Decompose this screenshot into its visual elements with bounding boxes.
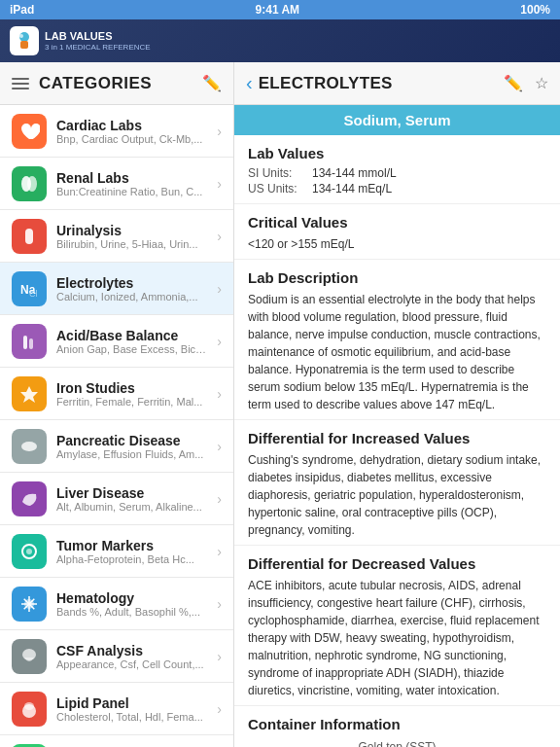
pancreatic-category-name: Pancreatic Disease [56,433,207,448]
edit-action-icon[interactable]: ✏️ [504,74,523,92]
electrolytes-category-icon: NaCl [12,271,47,306]
svg-point-21 [24,702,34,710]
lab-values-title: Lab Values [248,145,546,161]
hamburger-icon[interactable] [12,78,29,89]
cardiac-chevron-icon: › [217,124,222,139]
cardiac-category-text: Cardiac Labs Bnp, Cardiac Output, Ck-Mb,… [56,118,207,145]
right-panel: ‹ ELECTROLYTES ✏️ ☆ Sodium, Serum Lab Va… [234,62,560,747]
logo-text-block: LAB VALUES 3 in 1 MEDICAL REFERENCE [45,30,151,52]
hematology-category-name: Hematology [56,590,207,606]
iron-category-name: Iron Studies [56,380,207,396]
electrolytes-chevron-icon: › [217,281,222,297]
urinalysis-chevron-icon: › [217,229,222,244]
diff-increased-body: Cushing's syndrome, dehydration, dietary… [248,451,546,539]
iron-category-sub: Ferritin, Female, Ferritin, Mal... [56,396,207,408]
iron-category-icon [12,376,47,411]
pancreatic-category-icon [12,429,47,464]
tumor-category-sub: Alpha-Fetoprotein, Beta Hc... [56,553,207,565]
category-item-liver[interactable]: Liver Disease Alt, Albumin, Serum, Alkal… [0,473,233,525]
svg-point-2 [19,34,23,38]
category-item-lipid[interactable]: Lipid Panel Cholesterol, Total, Hdl, Fem… [0,683,233,735]
category-item-tumor[interactable]: Tumor Markers Alpha-Fetoprotein, Beta Hc… [0,525,233,578]
cardiac-category-sub: Bnp, Cardiac Output, Ck-Mb,... [56,133,207,145]
tube-container: Gold top (SST) Invert 5x [248,740,546,747]
cardiac-category-name: Cardiac Labs [56,118,207,133]
renal-category-name: Renal Labs [56,170,207,186]
csf-category-text: CSF Analysis Appearance, Csf, Cell Count… [56,643,207,670]
acidbase-category-text: Acid/Base Balance Anion Gap, Base Excess… [56,328,207,355]
tube-top-label: Gold top (SST) [358,740,436,747]
container-info-section: Container Information Gold top (SST) Inv… [234,706,560,747]
renal-category-text: Renal Labs Bun:Creatinine Ratio, Bun, C.… [56,170,207,197]
category-item-csf[interactable]: CSF Analysis Appearance, Csf, Cell Count… [0,630,233,683]
electrolytes-category-name: Electrolytes [56,275,207,291]
us-label: US Units: [248,182,306,196]
category-item-iron[interactable]: Iron Studies Ferritin, Female, Ferritin,… [0,368,233,420]
pancreatic-chevron-icon: › [217,439,222,454]
acidbase-chevron-icon: › [217,334,222,349]
left-header-left: CATEGORIES [12,74,152,93]
svg-text:Cl: Cl [29,289,38,299]
categories-title: CATEGORIES [39,74,152,93]
status-bar: iPad 9:41 AM 100% [0,0,560,19]
hematology-chevron-icon: › [217,596,222,612]
liver-category-text: Liver Disease Alt, Albumin, Serum, Alkal… [56,485,207,513]
edit-icon[interactable]: ✏️ [202,74,222,92]
star-action-icon[interactable]: ☆ [535,74,548,92]
renal-category-icon [12,166,47,201]
category-item-cardiac[interactable]: Cardiac Labs Bnp, Cardiac Output, Ck-Mb,… [0,105,233,158]
electrolytes-category-text: Electrolytes Calcium, Ionized, Ammonia,.… [56,275,207,302]
critical-values-section: Critical Values <120 or >155 mEq/L [234,204,560,260]
lipid-category-sub: Cholesterol, Total, Hdl, Fema... [56,711,207,723]
lipid-chevron-icon: › [217,701,222,717]
liver-chevron-icon: › [217,491,222,507]
category-item-electrolytes[interactable]: NaCl Electrolytes Calcium, Ionized, Ammo… [0,263,233,315]
app-logo: LAB VALUES 3 in 1 MEDICAL REFERENCE [10,26,151,55]
csf-chevron-icon: › [217,649,222,664]
app-header: LAB VALUES 3 in 1 MEDICAL REFERENCE [0,19,560,62]
diff-decreased-body: ACE inhibitors, acute tubular necrosis, … [248,577,546,699]
category-item-acidbase[interactable]: Acid/Base Balance Anion Gap, Base Excess… [0,315,233,368]
category-list: Cardiac Labs Bnp, Cardiac Output, Ck-Mb,… [0,105,233,747]
iron-chevron-icon: › [217,386,222,402]
drug-category-icon [12,744,47,748]
differential-increased-section: Differential for Increased Values Cushin… [234,420,560,546]
cardiac-category-icon [12,114,47,149]
status-time: 9:41 AM [256,3,300,17]
urinalysis-category-text: Urinalysis Bilirubin, Urine, 5-Hiaa, Uri… [56,223,207,250]
hematology-category-icon [12,587,47,622]
renal-category-sub: Bun:Creatinine Ratio, Bun, C... [56,186,207,197]
right-header-actions: ✏️ ☆ [504,74,548,92]
iron-category-text: Iron Studies Ferritin, Female, Ferritin,… [56,380,207,408]
category-item-pancreatic[interactable]: Pancreatic Disease Amylase, Effusion Flu… [0,420,233,473]
logo-icon [10,26,39,55]
app-sub: 3 in 1 MEDICAL REFERENCE [45,43,151,52]
svg-rect-8 [23,336,27,349]
si-value: 134-144 mmol/L [312,166,397,180]
csf-category-icon [12,639,47,674]
urinalysis-category-name: Urinalysis [56,223,207,238]
category-item-urinalysis[interactable]: Urinalysis Bilirubin, Urine, 5-Hiaa, Uri… [0,210,233,263]
app-name: LAB VALUES [45,30,151,43]
diff-decreased-title: Differential for Decreased Values [248,555,546,572]
right-header: ‹ ELECTROLYTES ✏️ ☆ [234,62,560,105]
differential-decreased-section: Differential for Decreased Values ACE in… [234,546,560,706]
category-item-drug[interactable]: Drug Levels Amikacin, Peak, Amikacin, Tr… [0,735,233,747]
us-value: 134-144 mEq/L [312,182,392,196]
left-panel: CATEGORIES ✏️ Cardiac Labs Bnp, Cardiac … [0,62,234,747]
category-item-hematology[interactable]: Hematology Bands %, Adult, Basophil %,..… [0,578,233,630]
hematology-category-sub: Bands %, Adult, Basophil %,... [56,606,207,618]
lab-description-body: Sodium is an essential electrolyte in th… [248,291,546,413]
lab-description-section: Lab Description Sodium is an essential e… [234,260,560,420]
container-info-title: Container Information [248,716,546,732]
pancreatic-category-sub: Amylase, Effusion Fluids, Am... [56,448,207,460]
back-button[interactable]: ‹ [246,72,253,94]
tumor-category-icon [12,534,47,569]
urinalysis-category-sub: Bilirubin, Urine, 5-Hiaa, Urin... [56,238,207,250]
liver-category-icon [12,481,47,516]
liver-category-name: Liver Disease [56,485,207,501]
left-header: CATEGORIES ✏️ [0,62,233,105]
svg-point-11 [21,442,37,451]
svg-point-13 [26,549,32,554]
category-item-renal[interactable]: Renal Labs Bun:Creatinine Ratio, Bun, C.… [0,158,233,210]
